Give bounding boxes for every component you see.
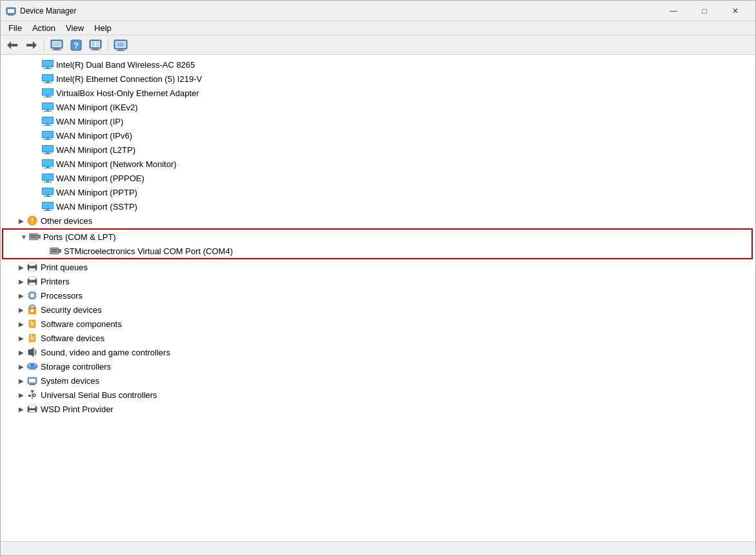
item-label: System devices <box>41 376 99 386</box>
help-button[interactable]: ? <box>67 37 85 53</box>
expand-icon[interactable]: ▶ <box>16 390 26 400</box>
expand-icon[interactable]: ▶ <box>16 304 26 315</box>
item-label: Intel(R) Dual Band Wireless-AC 8265 <box>56 60 195 70</box>
network-adapter-icon <box>42 201 54 212</box>
svg-rect-74 <box>30 235 37 236</box>
window-title: Device Manager <box>20 6 659 15</box>
list-item[interactable]: WAN Miniport (L2TP) <box>1 143 755 157</box>
list-item[interactable]: Intel(R) Dual Band Wireless-AC 8265 <box>1 57 755 72</box>
print-queues-icon <box>26 262 38 272</box>
processors-item[interactable]: ▶ Processors <box>1 288 755 303</box>
other-devices-item[interactable]: ▶ ! Other devices <box>1 213 755 228</box>
svg-rect-23 <box>116 50 125 51</box>
ports-child-item[interactable]: STMicroelectronics Virtual COM Port (COM… <box>3 244 751 258</box>
network-adapter-icon <box>42 88 54 98</box>
item-label: Software components <box>41 319 122 329</box>
svg-rect-104 <box>30 323 34 324</box>
svg-rect-49 <box>44 139 52 140</box>
list-item[interactable]: WAN Miniport (IP) <box>1 114 755 128</box>
monitor-button[interactable] <box>112 37 130 53</box>
expand-icon[interactable]: ▶ <box>16 404 26 414</box>
svg-rect-47 <box>43 132 53 137</box>
svg-rect-59 <box>43 174 53 180</box>
expand-icon[interactable]: ▶ <box>16 262 26 272</box>
window-controls: — □ ✕ <box>659 1 750 21</box>
expand-icon[interactable]: ▶ <box>16 319 26 329</box>
svg-rect-92 <box>28 294 29 295</box>
svg-point-123 <box>33 394 35 397</box>
svg-rect-65 <box>44 196 52 197</box>
list-item[interactable]: WAN Miniport (IPv6) <box>1 128 755 143</box>
system-devices-item[interactable]: ▶ System devices <box>1 373 755 388</box>
menu-action[interactable]: Action <box>27 22 61 34</box>
menu-view[interactable]: View <box>61 22 89 34</box>
list-item[interactable]: WAN Miniport (IKEv2) <box>1 100 755 114</box>
expand-icon[interactable]: ▶ <box>16 333 26 343</box>
svg-rect-79 <box>51 249 57 250</box>
list-item[interactable]: VirtualBox Host-Only Ethernet Adapter <box>1 86 755 100</box>
svg-rect-53 <box>44 154 52 154</box>
usb-controllers-item[interactable]: ▶ Universal Serial Bus controllers <box>1 388 755 402</box>
svg-rect-76 <box>38 235 41 239</box>
com-port-icon <box>50 246 61 256</box>
svg-rect-39 <box>43 103 53 109</box>
menu-help[interactable]: Help <box>89 22 117 34</box>
expand-icon[interactable]: ▶ <box>16 290 26 301</box>
svg-rect-43 <box>43 117 53 123</box>
expand-icon[interactable]: ▶ <box>16 215 26 226</box>
print-queues-item[interactable]: ▶ Print queues <box>1 260 755 274</box>
restore-button[interactable]: □ <box>690 1 719 21</box>
item-label: STMicroelectronics Virtual COM Port (COM… <box>64 246 233 256</box>
svg-rect-31 <box>43 75 53 81</box>
network-adapter-icon <box>42 173 54 183</box>
network-adapter-icon <box>42 144 54 155</box>
expand-icon[interactable]: ▶ <box>16 276 26 286</box>
minimize-button[interactable]: — <box>659 1 688 21</box>
svg-rect-37 <box>44 97 52 97</box>
device-tree[interactable]: Intel(R) Dual Band Wireless-AC 8265 Inte… <box>1 55 755 541</box>
ports-category-item[interactable]: ▼ Ports (COM & LPT) <box>3 230 751 244</box>
sound-video-item[interactable]: ▶ Sound, video and game controllers <box>1 345 755 359</box>
forward-button[interactable] <box>23 37 41 53</box>
svg-rect-17 <box>92 42 95 46</box>
svg-rect-32 <box>46 81 49 83</box>
security-devices-item[interactable]: ▶ Security devices <box>1 303 755 317</box>
svg-rect-44 <box>46 124 49 125</box>
svg-rect-95 <box>35 296 37 297</box>
svg-rect-8 <box>54 48 59 50</box>
processors-icon <box>26 290 38 301</box>
svg-rect-96 <box>31 291 32 292</box>
storage-controllers-icon <box>26 361 38 372</box>
list-item[interactable]: WAN Miniport (SSTP) <box>1 199 755 213</box>
svg-rect-61 <box>44 182 52 183</box>
svg-rect-52 <box>46 152 49 154</box>
svg-rect-87 <box>29 277 35 280</box>
network-adapter-icon <box>42 187 54 197</box>
back-button[interactable] <box>3 37 21 53</box>
expand-icon[interactable]: ▶ <box>16 347 26 357</box>
expand-icon[interactable]: ▼ <box>19 232 29 242</box>
svg-rect-41 <box>44 111 52 112</box>
list-item[interactable]: WAN Miniport (PPTP) <box>1 185 755 199</box>
list-item[interactable]: Intel(R) Ethernet Connection (5) I219-V <box>1 72 755 86</box>
storage-controllers-item[interactable]: ▶ Storage controllers <box>1 359 755 373</box>
properties-button[interactable] <box>86 37 104 53</box>
software-devices-icon <box>26 333 38 343</box>
close-button[interactable]: ✕ <box>721 1 750 21</box>
device-manager-view-button[interactable] <box>48 37 66 53</box>
software-devices-item[interactable]: ▶ Software devices <box>1 331 755 345</box>
menu-file[interactable]: File <box>3 22 27 34</box>
expand-icon[interactable]: ▶ <box>16 375 26 386</box>
ports-group-highlight: ▼ Ports (COM & LPT) <box>2 228 753 259</box>
item-label: Processors <box>41 291 83 301</box>
svg-rect-33 <box>44 83 52 83</box>
list-item[interactable]: WAN Miniport (PPPOE) <box>1 171 755 185</box>
expand-icon[interactable]: ▶ <box>16 361 26 372</box>
software-components-item[interactable]: ▶ Software components <box>1 317 755 331</box>
svg-rect-55 <box>43 160 53 166</box>
list-item[interactable]: WAN Miniport (Network Monitor) <box>1 157 755 171</box>
item-label: WAN Miniport (L2TP) <box>56 145 135 155</box>
wsd-print-item[interactable]: ▶ WSD Print Provider <box>1 402 755 416</box>
printers-icon <box>26 276 38 286</box>
printers-item[interactable]: ▶ Printers <box>1 274 755 288</box>
